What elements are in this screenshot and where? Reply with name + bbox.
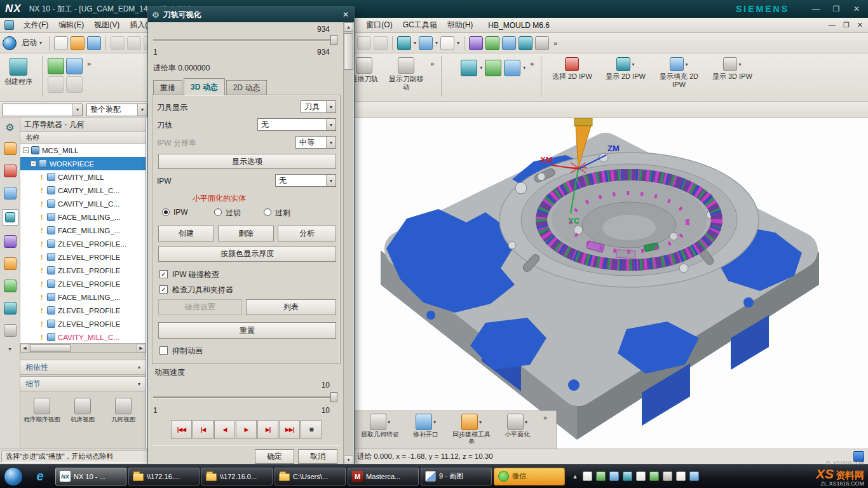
thickness-by-color-button[interactable]: 按颜色显示厚度 xyxy=(158,246,336,262)
snap-point-icon[interactable] xyxy=(485,36,499,50)
create-operation-icon[interactable] xyxy=(66,76,83,93)
group-overflow-icon[interactable]: » xyxy=(85,60,93,67)
tree-row-operation[interactable]: !CAVITY_MILL_C... xyxy=(20,184,146,197)
3d-model-view[interactable]: ZM XM YC xyxy=(355,118,868,449)
collapse-toggle-icon[interactable]: − xyxy=(31,161,36,166)
show-3d-ipw-button[interactable]: ▾ 显示 3D IPW xyxy=(707,56,757,81)
reset-button[interactable]: 重置 xyxy=(158,322,336,339)
create-tool-icon[interactable] xyxy=(48,58,64,74)
toolbar-overflow-icon[interactable]: » xyxy=(552,39,559,47)
tree-row-operation[interactable]: !ZLEVEL_PROFILE xyxy=(20,277,146,290)
dialog-close-button[interactable]: ✕ xyxy=(342,10,349,19)
online-tab-icon[interactable] xyxy=(4,302,17,315)
extract-geometry-button[interactable]: ▾ 提取几何特征 xyxy=(358,414,402,438)
child-close-button[interactable]: ✕ xyxy=(857,21,863,29)
save-icon[interactable] xyxy=(87,36,101,50)
generate-toolpath-icon[interactable] xyxy=(461,60,477,76)
start-button[interactable] xyxy=(4,467,23,486)
resource-bar-chevron-icon[interactable]: ▾ xyxy=(8,346,11,352)
taskbar-item-wechat[interactable]: 微信 xyxy=(494,468,565,485)
part-navigator-tab-icon[interactable] xyxy=(4,187,17,200)
tree-row-operation[interactable]: !ZLEVEL_PROFILE... xyxy=(20,237,146,250)
verify-toolpath-icon[interactable] xyxy=(485,60,501,76)
start-dropdown[interactable]: 启动 ▾ xyxy=(19,34,44,52)
move-object-icon[interactable] xyxy=(469,36,483,50)
radio-gouge[interactable] xyxy=(214,208,222,216)
play-backward-button[interactable]: ◀ xyxy=(214,420,235,439)
menu-window[interactable]: 窗口(O) xyxy=(361,18,397,32)
tree-row-operation[interactable]: !ZLEVEL_PROFILE xyxy=(20,250,146,264)
group-overflow-icon[interactable]: » xyxy=(528,60,536,67)
scroll-right-icon[interactable]: ▶ xyxy=(137,344,146,353)
dependencies-section-header[interactable]: 相依性 ▾ xyxy=(20,360,146,375)
animation-speed-slider[interactable] xyxy=(153,392,337,402)
library-tab-icon[interactable] xyxy=(4,280,17,292)
selection-scope-combo[interactable]: 整个装配 ▾ xyxy=(86,104,147,116)
go-to-start-button[interactable]: |◀◀ xyxy=(171,420,192,439)
group-overflow-icon[interactable]: » xyxy=(428,60,436,67)
datum-plane-icon[interactable] xyxy=(535,36,549,50)
select-2d-ipw-button[interactable]: 选择 2D IPW xyxy=(546,56,597,81)
tool-display-combo[interactable]: 刀具 ▾ xyxy=(301,100,336,113)
open-file-icon[interactable] xyxy=(71,36,85,50)
view-orient-icon[interactable] xyxy=(397,36,411,50)
show-hidden-icons-button[interactable]: ▲ xyxy=(571,473,579,480)
minimize-button[interactable]: — xyxy=(811,4,821,13)
render-style-icon[interactable] xyxy=(419,36,433,50)
tray-cloud-icon[interactable] xyxy=(636,471,646,481)
radio-excess[interactable] xyxy=(264,208,271,216)
menu-view[interactable]: 视图(V) xyxy=(89,18,125,32)
machine-tool-navigator-tab-icon[interactable] xyxy=(4,235,17,248)
taskbar-item-nx[interactable]: NX NX 10 - ... xyxy=(55,468,126,485)
start-menu-icon[interactable] xyxy=(3,36,17,50)
toolpath-combo[interactable]: 无 ▾ xyxy=(257,118,336,131)
details-section-header[interactable]: 细节 ▾ xyxy=(20,376,146,391)
chevron-down-icon[interactable]: ▾ xyxy=(326,137,336,148)
layer-settings-icon[interactable] xyxy=(502,36,516,50)
tree-row-operation[interactable]: !ZLEVEL_PROFILE xyxy=(20,264,146,277)
assembly-navigator-tab-icon[interactable] xyxy=(4,142,17,155)
menu-edit[interactable]: 编辑(E) xyxy=(53,18,89,32)
chevron-down-icon[interactable]: ▾ xyxy=(414,40,416,46)
dialog-scrollbar[interactable]: ▲ ▼ xyxy=(343,22,353,464)
ipw-collision-label[interactable]: IPW 碰撞检查 xyxy=(172,269,219,280)
slider-handle[interactable] xyxy=(330,35,337,45)
child-restore-button[interactable]: ❐ xyxy=(843,21,850,29)
synchronous-modeling-button[interactable]: ▾ 同步建模工具条 xyxy=(450,414,493,445)
tree-row-operation[interactable]: !ZLEVEL_PROFILE xyxy=(20,317,146,330)
menu-help[interactable]: 帮助(H) xyxy=(442,18,478,32)
show-filled-2d-ipw-button[interactable]: ▾ 显示填充 2D IPW xyxy=(653,56,704,88)
machine-simulation-icon[interactable] xyxy=(504,60,520,76)
create-program-button[interactable]: 创建程序 xyxy=(0,56,37,86)
geometry-view-button[interactable]: 几何视图 xyxy=(104,398,142,449)
tree-row-operation[interactable]: !CAVITY_MILL_C... xyxy=(20,197,146,210)
chevron-down-icon[interactable]: ▾ xyxy=(326,175,336,186)
list-button[interactable]: 列表 xyxy=(246,299,336,315)
stop-button[interactable]: ■ xyxy=(301,420,322,439)
ok-button[interactable]: 确定 xyxy=(255,449,294,464)
reuse-library-tab-icon[interactable] xyxy=(4,257,17,270)
create-method-icon[interactable] xyxy=(48,76,64,93)
chevron-down-icon[interactable]: ▾ xyxy=(326,101,336,112)
taskbar-item-paint[interactable]: 9 - 画图 xyxy=(421,468,492,485)
tree-row-operation[interactable]: !ZLEVEL_PROFILE xyxy=(20,304,146,317)
suppress-animation-checkbox[interactable] xyxy=(159,346,168,355)
delete-button[interactable]: 删除 xyxy=(218,226,274,241)
toolbar-overflow-icon[interactable]: » xyxy=(541,414,549,421)
tray-volume-icon[interactable] xyxy=(676,471,686,481)
chevron-down-icon[interactable]: ▾ xyxy=(326,119,336,130)
show-options-button[interactable]: 显示选项 xyxy=(158,154,336,169)
new-file-icon[interactable] xyxy=(54,36,68,50)
tree-row-operation[interactable]: !CAVITY_MILL xyxy=(20,170,146,184)
tab-2d-dynamic[interactable]: 2D 动态 xyxy=(226,80,268,95)
tray-chat-icon[interactable] xyxy=(623,471,632,481)
scroll-left-icon[interactable]: ◀ xyxy=(20,344,29,353)
scroll-up-icon[interactable]: ▲ xyxy=(344,22,353,32)
scrollbar-thumb[interactable] xyxy=(30,344,71,352)
create-geometry-icon[interactable] xyxy=(66,58,83,74)
chevron-down-icon[interactable]: ▾ xyxy=(523,65,526,71)
tool-holder-label[interactable]: 检查刀具和夹持器 xyxy=(172,285,233,295)
facet-body-button[interactable]: ▾ 小平面化 xyxy=(496,414,539,438)
taskbar-item-users-folder[interactable]: C:\Users\... xyxy=(275,468,346,485)
child-minimize-button[interactable]: — xyxy=(829,21,836,29)
